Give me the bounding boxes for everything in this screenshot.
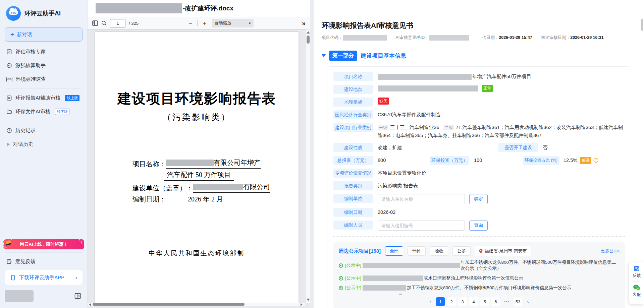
page-button-2[interactable]: 2	[447, 297, 456, 306]
zoom-in-button[interactable]: +	[201, 20, 208, 26]
sidebar-item-label: 源强核算助手	[15, 62, 46, 69]
collapse-triangle-icon[interactable]	[322, 54, 326, 57]
toolbar-separator	[197, 20, 198, 26]
pdf-toolbar: / 325 − + 自动缩放 ▾ »	[88, 17, 310, 29]
unit-name-input[interactable]	[378, 194, 465, 204]
meta-last-review-date: 末次审核日期：2026-01-29 16:31	[541, 35, 604, 41]
redacted-block	[96, 3, 182, 13]
clock-icon	[6, 128, 12, 133]
field-label-chip: 项目名称	[333, 72, 373, 81]
scroll-down-arrow[interactable]	[307, 299, 310, 301]
field-row-compile-date: 编制日期 2026-02	[333, 208, 625, 217]
promo-banner[interactable]: 尚云Ai上线，限时钜惠！	[4, 239, 84, 249]
filter-participation-button[interactable]: 公参	[452, 246, 471, 256]
next-page-button[interactable]: ›	[525, 297, 531, 306]
sidebar-item-standards[interactable]: GB 环境标准速查	[0, 72, 87, 86]
page-button-6[interactable]: 6	[491, 297, 500, 306]
prev-page-button[interactable]: ‹	[427, 297, 434, 306]
feedback-doc-icon[interactable]	[633, 265, 640, 272]
zoom-mode-value: 自动缩放	[214, 20, 232, 26]
redacted-block	[166, 160, 214, 166]
publicity-status: [公示中]	[345, 275, 361, 281]
sidebar-item-chat-history[interactable]: 对话历史	[0, 137, 87, 151]
redacted-block	[378, 74, 472, 80]
vertical-scrollbar[interactable]	[305, 29, 310, 303]
search-icon[interactable]	[101, 20, 107, 26]
nearby-list-item[interactable]: [公示中] 加工不锈钢水龙头800万件、不锈钢球阀500万件项目环境影响评价信息…	[339, 285, 620, 291]
field-value: 100	[474, 156, 523, 165]
list-scroll-thumb[interactable]	[399, 294, 402, 295]
more-publicity-link[interactable]: 更多公示›	[601, 248, 620, 254]
page-button-4[interactable]: 4	[469, 297, 478, 306]
location-filter[interactable]: 福建省·泉州市·南安市	[475, 246, 531, 256]
field-value: 污染影响类 报告表	[378, 181, 418, 190]
redacted-block	[363, 275, 423, 281]
sidebar-divider	[6, 121, 82, 121]
filter-eia-button[interactable]: 环评	[408, 246, 426, 256]
cover-field-value: 2026 年 2 月	[188, 195, 223, 204]
sidebar-item-history[interactable]: 历史记录	[0, 124, 87, 137]
download-app-button[interactable]: 下载环评云助手APP ›	[5, 270, 83, 285]
sidebar-item-assess-expert[interactable]: 评估审核专家	[0, 45, 87, 59]
service-widget-label[interactable]: 客服	[633, 292, 641, 298]
page-button-53[interactable]: 53	[514, 297, 522, 306]
cover-field-value: 有限公司	[243, 182, 270, 191]
sidebar-item-source-calc[interactable]: 源强核算助手	[0, 59, 87, 72]
field-row-industry-national: 国民经济行业类别 C3670汽车零部件及配件制造	[333, 110, 625, 119]
collapse-sidebar-icon[interactable]	[74, 293, 81, 299]
page-button-1[interactable]: 1	[436, 297, 445, 306]
query-button[interactable]: 查询	[469, 221, 488, 231]
sidebar-item-env-file-review[interactable]: 环保文件AI审核 线下版	[0, 105, 87, 119]
location-pin-icon	[479, 249, 483, 254]
chevron-right-icon: ›	[75, 274, 77, 281]
phone-icon	[10, 275, 16, 281]
scroll-right-arrow[interactable]	[301, 303, 303, 306]
field-row-investment: 总投资（万元） 800 环保投资（万元） 100 环保投资占比 (%) 12.5…	[333, 156, 625, 165]
cover-field-label: 编制日期：	[132, 195, 166, 203]
toggle-thumbnails-icon[interactable]	[92, 20, 98, 26]
page-number-input[interactable]	[110, 19, 125, 27]
scroll-left-arrow[interactable]	[89, 303, 91, 306]
scroll-up-arrow[interactable]	[307, 31, 310, 34]
sidebar-item-label: 环评报告AI辅助审核	[15, 95, 60, 101]
horizontal-scroll-thumb[interactable]	[93, 303, 245, 306]
gb-icon: GB	[6, 77, 12, 82]
wechat-service-icon[interactable]	[633, 284, 640, 291]
zoom-out-button[interactable]: −	[187, 20, 194, 26]
new-chat-button[interactable]: + 新对话	[5, 27, 83, 42]
filter-acceptance-button[interactable]: 验收	[430, 246, 448, 256]
info-icon[interactable]	[593, 158, 598, 163]
nearby-list-item[interactable]: [公示中] 年加工不锈钢水龙头800万件、不锈钢球阀500万件项目环境影响评价信…	[339, 259, 620, 271]
field-label-chip: 是否开工建设	[498, 143, 538, 152]
filter-all-button[interactable]: 全部	[385, 246, 403, 256]
status-badge-missing: 缺失	[378, 98, 389, 105]
credit-code-input[interactable]	[378, 221, 465, 231]
document-panel: -改扩建环评.docx / 325 − + 自动缩放 ▾ » 建设项目环境影响报…	[88, 0, 310, 308]
page-button-5[interactable]: 5	[480, 297, 489, 306]
dotted-divider	[333, 236, 625, 237]
redacted-block	[363, 263, 460, 268]
section-header-part1[interactable]: 第一部分 建设项目基本信息	[322, 51, 644, 61]
page-ellipsis[interactable]: •••	[502, 297, 511, 306]
meta-project-code: 项目代码：	[322, 35, 387, 41]
horizontal-scrollbar[interactable]	[88, 303, 305, 306]
vertical-scroll-thumb[interactable]	[307, 36, 310, 44]
field-label-chip: 总投资（万元）	[333, 156, 373, 165]
item-title: 加工不锈钢水龙头800万件、不锈钢球阀500万件项目环境影响评价信息第一次公示	[407, 285, 572, 291]
document-titlebar: -改扩建环评.docx	[88, 0, 310, 17]
field-row-location: 建设地点 正常	[333, 85, 625, 94]
feedback-item[interactable]: 意见反馈	[0, 255, 87, 268]
offline-version-badge: 线下版	[55, 109, 69, 115]
page-scrollbar-thumb[interactable]	[641, 19, 643, 31]
confetti-icon	[2, 238, 13, 251]
page-button-3[interactable]: 3	[458, 297, 467, 306]
field-row-compile-unit: 编制单位 确定	[333, 194, 625, 204]
feedback-widget-label[interactable]: 反馈	[633, 273, 641, 279]
sidebar-item-eia-ai-review[interactable]: 环评报告AI辅助审核 线上版	[0, 91, 87, 105]
more-tools-icon[interactable]: »	[302, 19, 306, 27]
confirm-button[interactable]: 确定	[469, 194, 488, 204]
app-logo-row: EIA 环评云助手AI	[0, 0, 87, 26]
zoom-mode-select[interactable]: 自动缩放 ▾	[212, 19, 254, 27]
nearby-list-item[interactable]: [公示中] 取水口清淤整治工程环境影响评价第一次信息公示	[339, 275, 620, 281]
sidebar-item-label: 环境标准速查	[16, 76, 46, 82]
